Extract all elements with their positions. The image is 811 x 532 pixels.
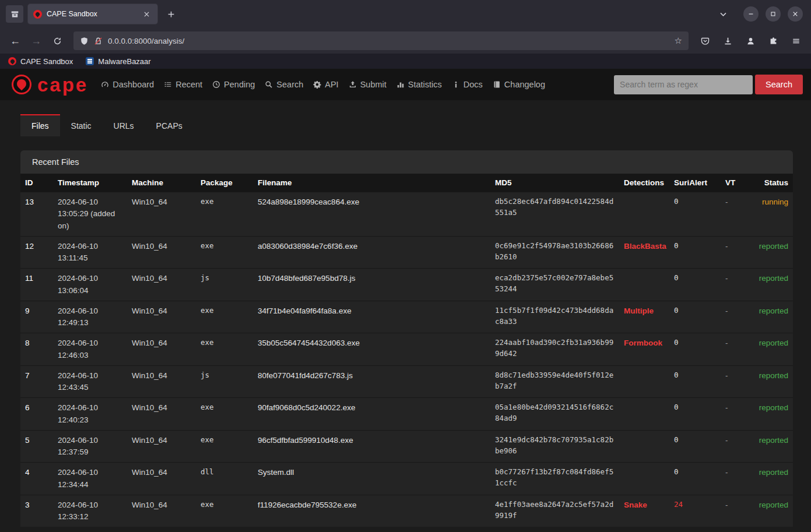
cell-vt: -: [722, 269, 754, 301]
table-row[interactable]: 8 2024-06-10 12:46:03 Win10_64 exe 35b05…: [20, 333, 793, 366]
extensions-icon[interactable]: [764, 31, 782, 50]
cell-surialert: 0: [670, 236, 722, 269]
tracking-shield-icon[interactable]: [80, 37, 89, 45]
firefox-view-icon[interactable]: [6, 5, 23, 23]
column-header-filename: Filename: [254, 174, 491, 192]
table-row[interactable]: 3 2024-06-10 12:33:12 Win10_64 exe f1192…: [20, 495, 793, 527]
cell-package: js: [197, 269, 254, 301]
new-tab-button[interactable]: [162, 5, 180, 23]
forward-button[interactable]: →: [27, 31, 45, 50]
nav-item-changelog[interactable]: Changelog: [493, 80, 545, 89]
nav-item-submit[interactable]: Submit: [349, 80, 387, 89]
close-button[interactable]: [788, 6, 803, 22]
cell-filename[interactable]: a083060d38984e7c6f36.exe: [254, 236, 491, 269]
cell-machine: Win10_64: [128, 430, 197, 463]
dashboard-gauge-icon: [101, 80, 109, 89]
list-tabs-chevron-icon[interactable]: [714, 5, 732, 23]
account-icon[interactable]: [741, 31, 760, 50]
search-magnifier-icon: [265, 80, 273, 89]
cell-filename[interactable]: 34f71b4e04fa9f64fa8a.exe: [254, 301, 491, 333]
column-header-status: Status: [754, 174, 793, 192]
table-row[interactable]: 9 2024-06-10 12:49:13 Win10_64 exe 34f71…: [20, 301, 793, 333]
cell-vt: -: [722, 192, 754, 237]
tab-files[interactable]: Files: [20, 114, 60, 136]
cell-id: 12: [20, 236, 54, 269]
tab-close-icon[interactable]: [141, 8, 152, 20]
table-row[interactable]: 13 2024-06-10 13:05:29 (added on) Win10_…: [20, 192, 793, 237]
nav-item-search[interactable]: Search: [265, 80, 303, 89]
insecure-lock-icon[interactable]: [94, 37, 103, 45]
nav-item-api[interactable]: API: [313, 80, 338, 89]
url-text[interactable]: 0.0.0.0:8000/analysis/: [108, 37, 669, 45]
search-input[interactable]: [614, 75, 753, 94]
bookmark-label: MalwareBazaar: [98, 57, 150, 66]
bookmark-malwarebazaar[interactable]: MalwareBazaar: [86, 57, 150, 66]
cell-detections: [620, 192, 670, 237]
table-row[interactable]: 6 2024-06-10 12:40:23 Win10_64 exe 90faf…: [20, 398, 793, 431]
cell-id: 8: [20, 333, 54, 366]
tab-static[interactable]: Static: [60, 114, 103, 136]
cell-timestamp: 2024-06-10 12:33:12: [54, 495, 128, 527]
reload-button[interactable]: [48, 31, 66, 50]
nav-item-recent[interactable]: Recent: [164, 80, 202, 89]
cell-filename[interactable]: 10b7d48bfed687e95bd78.js: [254, 269, 491, 301]
pocket-icon[interactable]: [696, 31, 714, 50]
cell-filename[interactable]: 90faf9068d0c5d240022.exe: [254, 398, 491, 431]
table-row[interactable]: 4 2024-06-10 12:34:44 Win10_64 dll Syste…: [20, 463, 793, 495]
cell-machine: Win10_64: [128, 192, 197, 237]
cell-filename[interactable]: 524a898e18999ceac864.exe: [254, 192, 491, 237]
column-header-package: Package: [197, 174, 254, 192]
cape-logo[interactable]: cape: [12, 75, 88, 94]
bookmark-cape-sandbox[interactable]: CAPE Sandbox: [8, 57, 73, 66]
cell-timestamp: 2024-06-10 12:49:13: [54, 301, 128, 333]
tab-urls[interactable]: URLs: [103, 114, 145, 136]
menu-icon[interactable]: [787, 31, 805, 50]
cell-machine: Win10_64: [128, 236, 197, 269]
minimize-button[interactable]: [743, 6, 759, 22]
cell-surialert: 0: [670, 365, 722, 398]
cell-machine: Win10_64: [128, 301, 197, 333]
cell-md5: 224aabf10ad390c2fb31a936b999d642: [491, 333, 620, 366]
maximize-button[interactable]: [766, 6, 781, 22]
api-gear-icon: [313, 80, 321, 89]
cell-filename[interactable]: 80fe077041fd4d267c783.js: [254, 365, 491, 398]
back-button[interactable]: ←: [6, 31, 24, 50]
window-controls: [743, 6, 803, 22]
cell-vt: -: [722, 495, 754, 527]
table-row[interactable]: 12 2024-06-10 13:11:45 Win10_64 exe a083…: [20, 236, 793, 269]
tab-pcaps[interactable]: PCAPs: [145, 114, 194, 136]
nav-item-docs[interactable]: Docs: [452, 80, 483, 89]
cell-vt: -: [722, 430, 754, 463]
cell-surialert: 0: [670, 333, 722, 366]
bookmark-star-icon[interactable]: ☆: [675, 36, 682, 46]
table-row[interactable]: 11 2024-06-10 13:06:04 Win10_64 js 10b7d…: [20, 269, 793, 301]
cell-timestamp: 2024-06-10 13:05:29 (added on): [54, 192, 128, 237]
cell-timestamp: 2024-06-10 12:43:45: [54, 365, 128, 398]
search-button[interactable]: Search: [755, 75, 803, 94]
url-bar[interactable]: 0.0.0.0:8000/analysis/ ☆: [73, 31, 689, 50]
recent-files-panel: Recent Files ID Timestamp Machine Packag…: [20, 150, 793, 527]
cell-id: 11: [20, 269, 54, 301]
cell-detections: [620, 269, 670, 301]
cell-package: exe: [197, 398, 254, 431]
cell-surialert: 0: [670, 463, 722, 495]
cell-detections: [620, 365, 670, 398]
cell-vt: -: [722, 398, 754, 431]
cell-detections: Formbook: [620, 333, 670, 366]
downloads-icon[interactable]: [718, 31, 737, 50]
nav-item-pending[interactable]: Pending: [212, 80, 255, 89]
table-row[interactable]: 5 2024-06-10 12:37:59 Win10_64 exe 96cf5…: [20, 430, 793, 463]
nav-item-statistics[interactable]: Statistics: [396, 80, 442, 89]
cell-filename[interactable]: 96cf5dfbfad599910d48.exe: [254, 430, 491, 463]
cell-filename[interactable]: f11926ecacbde795532e.exe: [254, 495, 491, 527]
toolbar-right-icons: [696, 31, 805, 50]
nav-item-dashboard[interactable]: Dashboard: [101, 80, 154, 89]
cell-md5: 05a1e80be42d093214516f6862c84ad9: [491, 398, 620, 431]
cell-timestamp: 2024-06-10 12:34:44: [54, 463, 128, 495]
browser-tab[interactable]: CAPE Sandbox: [28, 4, 157, 24]
cell-filename[interactable]: System.dll: [254, 463, 491, 495]
cell-filename[interactable]: 35b05c5647454432d063.exe: [254, 333, 491, 366]
cell-detections: [620, 398, 670, 431]
table-row[interactable]: 7 2024-06-10 12:43:45 Win10_64 js 80fe07…: [20, 365, 793, 398]
cell-status: running: [754, 192, 793, 237]
